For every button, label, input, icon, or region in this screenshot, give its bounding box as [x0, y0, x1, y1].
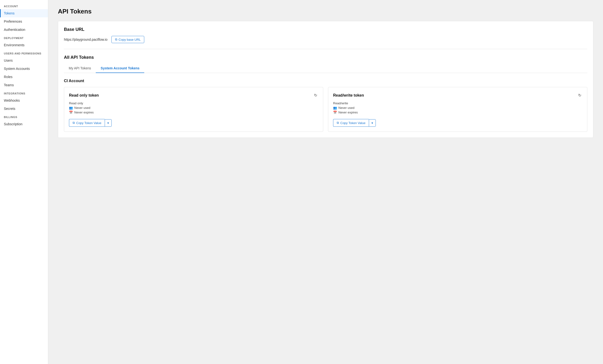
main-content: API Tokens Base URL https://playground.p…: [48, 0, 603, 364]
sidebar-section-users-permissions: USERS AND PERMISSIONS: [0, 49, 48, 56]
read-only-token-card: Read only token ↻ Read only 👥 Neve: [64, 87, 323, 132]
copy-read-only-token-button[interactable]: ⧉ Copy Token Value: [69, 119, 105, 127]
refresh-read-write-token-button[interactable]: ↻: [577, 92, 582, 99]
read-only-copy-row: ⧉ Copy Token Value ▾: [69, 119, 318, 127]
sidebar-item-subscription[interactable]: Subscription: [0, 120, 48, 128]
sidebar-item-preferences[interactable]: Preferences: [0, 17, 48, 25]
chevron-down-icon-rw: ▾: [371, 121, 373, 125]
sidebar-section-deployment: DEPLOYMENT: [0, 34, 48, 41]
sidebar-item-authentication[interactable]: Authentication: [0, 25, 48, 34]
read-only-token-meta: Read only 👥 Never used 📅 Never expires: [69, 101, 318, 114]
sidebar-item-secrets[interactable]: Secrets: [0, 105, 48, 113]
base-url-section: Base URL https://playground.pactflow.io …: [64, 27, 587, 49]
refresh-read-only-token-button[interactable]: ↻: [313, 92, 318, 99]
sidebar-section-integrations: INTEGRATIONS: [0, 89, 48, 96]
refresh-icon: ↻: [314, 93, 317, 97]
read-write-copy-row: ⧉ Copy Token Value ▾: [333, 119, 582, 127]
people-icon: 👥: [69, 106, 73, 110]
sidebar: ACCOUNT Tokens Preferences Authenticatio…: [0, 0, 48, 364]
read-only-token-title: Read only token: [69, 93, 99, 98]
read-write-expires: 📅 Never expires: [333, 110, 582, 114]
sidebar-item-system-accounts[interactable]: System Accounts: [0, 65, 48, 73]
read-write-permission: Read/write: [333, 101, 582, 105]
sidebar-item-environments[interactable]: Environments: [0, 41, 48, 49]
calendar-icon-rw: 📅: [333, 110, 337, 114]
all-api-tokens-title: All API Tokens: [64, 55, 587, 60]
token-cards-grid: Read only token ↻ Read only 👥 Neve: [64, 87, 587, 132]
page-title: API Tokens: [58, 8, 593, 15]
copy-base-url-button[interactable]: ⧉ Copy base URL: [111, 36, 144, 43]
people-icon-rw: 👥: [333, 106, 337, 110]
base-url-value: https://playground.pactflow.io: [64, 38, 108, 41]
read-only-token-header: Read only token ↻: [69, 92, 318, 99]
copy-icon: ⧉: [115, 38, 117, 41]
read-write-last-used: 👥 Never used: [333, 106, 582, 110]
read-only-permission: Read only: [69, 101, 318, 105]
read-write-token-title: Read/write token: [333, 93, 364, 98]
ci-account-section: CI Account Read only token ↻ Read onl: [64, 79, 587, 132]
api-tokens-tabs: My API Tokens System Account Tokens: [64, 64, 587, 73]
all-api-tokens-section: All API Tokens My API Tokens System Acco…: [64, 49, 587, 132]
ci-account-title: CI Account: [64, 79, 587, 83]
chevron-down-icon: ▾: [107, 121, 109, 125]
read-write-token-header: Read/write token ↻: [333, 92, 582, 99]
sidebar-item-roles[interactable]: Roles: [0, 73, 48, 81]
copy-icon-ro: ⧉: [73, 121, 75, 125]
tab-my-api-tokens[interactable]: My API Tokens: [64, 64, 96, 73]
copy-read-write-token-dropdown[interactable]: ▾: [369, 119, 376, 127]
read-write-token-card: Read/write token ↻ Read/write 👥 Ne: [328, 87, 587, 132]
refresh-icon-rw: ↻: [578, 93, 581, 97]
calendar-icon: 📅: [69, 110, 73, 114]
sidebar-section-billings: BILLINGS: [0, 113, 48, 120]
sidebar-item-webhooks[interactable]: Webhooks: [0, 96, 48, 105]
base-url-title: Base URL: [64, 27, 587, 32]
sidebar-item-users[interactable]: Users: [0, 56, 48, 65]
read-only-last-used: 👥 Never used: [69, 106, 318, 110]
api-tokens-card: Base URL https://playground.pactflow.io …: [58, 21, 593, 138]
tab-system-account-tokens[interactable]: System Account Tokens: [96, 64, 144, 73]
read-only-expires: 📅 Never expires: [69, 110, 318, 114]
read-write-token-meta: Read/write 👥 Never used 📅 Never expires: [333, 101, 582, 114]
sidebar-item-teams[interactable]: Teams: [0, 81, 48, 89]
sidebar-item-tokens[interactable]: Tokens: [0, 9, 48, 17]
copy-read-only-token-dropdown[interactable]: ▾: [105, 119, 112, 127]
sidebar-section-account: ACCOUNT: [0, 2, 48, 9]
copy-read-write-token-button[interactable]: ⧉ Copy Token Value: [333, 119, 369, 127]
copy-icon-rw-btn: ⧉: [337, 121, 339, 125]
base-url-row: https://playground.pactflow.io ⧉ Copy ba…: [64, 36, 587, 49]
